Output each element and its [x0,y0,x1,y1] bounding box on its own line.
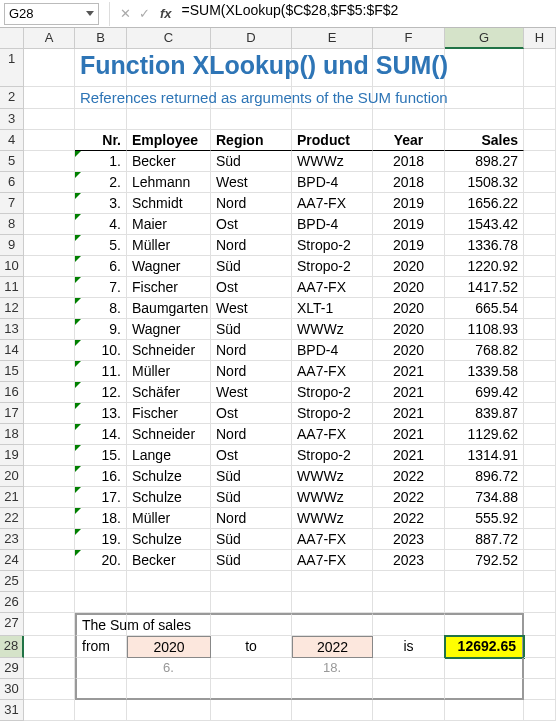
cell-A22[interactable] [24,508,75,529]
cell-A6[interactable] [24,172,75,193]
cell-F29[interactable] [373,658,445,679]
cell-H28[interactable] [524,636,556,658]
cell-D30[interactable] [211,679,292,700]
cell-yr-8[interactable]: 2019 [373,214,445,235]
to-label[interactable]: to [211,636,292,658]
cell-B3[interactable] [75,109,127,130]
cell-G29[interactable] [445,658,524,679]
row-header-2[interactable]: 2 [0,87,24,109]
cell-yr-6[interactable]: 2018 [373,172,445,193]
cell-A28[interactable] [24,636,75,658]
cell-H14[interactable] [524,340,556,361]
cell-E31[interactable] [292,700,373,721]
cell-nr-22[interactable]: 18. [75,508,127,529]
cell-sales-12[interactable]: 665.54 [445,298,524,319]
cell-G1[interactable] [445,49,524,87]
col-header-F[interactable]: F [373,28,445,49]
result-cell[interactable]: 12692.65 [445,636,524,658]
cell-yr-19[interactable]: 2021 [373,445,445,466]
cell-prod-14[interactable]: BPD-4 [292,340,373,361]
cell-C31[interactable] [127,700,211,721]
cell-yr-16[interactable]: 2021 [373,382,445,403]
cell-sales-19[interactable]: 1314.91 [445,445,524,466]
cell-emp-14[interactable]: Schneider [127,340,211,361]
cell-prod-11[interactable]: AA7-FX [292,277,373,298]
cell-reg-23[interactable]: Süd [211,529,292,550]
row-header-7[interactable]: 7 [0,193,24,214]
cell-H25[interactable] [524,571,556,592]
cell-sales-24[interactable]: 792.52 [445,550,524,571]
header-region[interactable]: Region [211,130,292,151]
row-header-31[interactable]: 31 [0,700,24,721]
cell-H10[interactable] [524,256,556,277]
cell-A16[interactable] [24,382,75,403]
cell-emp-21[interactable]: Schulze [127,487,211,508]
row-header-9[interactable]: 9 [0,235,24,256]
cell-emp-5[interactable]: Becker [127,151,211,172]
cell-sales-22[interactable]: 555.92 [445,508,524,529]
cell-F3[interactable] [373,109,445,130]
row-header-21[interactable]: 21 [0,487,24,508]
cell-sales-18[interactable]: 1129.62 [445,424,524,445]
cell-prod-23[interactable]: AA7-FX [292,529,373,550]
cell-sales-20[interactable]: 896.72 [445,466,524,487]
cell-H6[interactable] [524,172,556,193]
col-header-G[interactable]: G [445,28,524,49]
cell-D3[interactable] [211,109,292,130]
cell-B31[interactable] [75,700,127,721]
cell-nr-9[interactable]: 5. [75,235,127,256]
cell-sales-15[interactable]: 1339.58 [445,361,524,382]
cell-A30[interactable] [24,679,75,700]
cell-A23[interactable] [24,529,75,550]
cell-yr-14[interactable]: 2020 [373,340,445,361]
cell-reg-20[interactable]: Süd [211,466,292,487]
cell-emp-8[interactable]: Maier [127,214,211,235]
select-all-corner[interactable] [0,28,24,49]
col-header-B[interactable]: B [75,28,127,49]
cell-A8[interactable] [24,214,75,235]
cell-reg-16[interactable]: West [211,382,292,403]
header-nr[interactable]: Nr. [75,130,127,151]
cell-emp-15[interactable]: Müller [127,361,211,382]
cell-A2[interactable] [24,87,75,109]
cell-D29[interactable] [211,658,292,679]
cell-reg-14[interactable]: Nord [211,340,292,361]
cell-emp-23[interactable]: Schulze [127,529,211,550]
cell-nr-23[interactable]: 19. [75,529,127,550]
row-header-15[interactable]: 15 [0,361,24,382]
cell-A25[interactable] [24,571,75,592]
cell-prod-18[interactable]: AA7-FX [292,424,373,445]
cell-nr-14[interactable]: 10. [75,340,127,361]
cell-prod-8[interactable]: BPD-4 [292,214,373,235]
cell-A17[interactable] [24,403,75,424]
cell-nr-11[interactable]: 7. [75,277,127,298]
cell-sales-14[interactable]: 768.82 [445,340,524,361]
cell-D25[interactable] [211,571,292,592]
cell-H20[interactable] [524,466,556,487]
cell-A1[interactable] [24,49,75,87]
cell-nr-15[interactable]: 11. [75,361,127,382]
cell-emp-12[interactable]: Baumgarten [127,298,211,319]
cell-A13[interactable] [24,319,75,340]
cell-reg-7[interactable]: Nord [211,193,292,214]
cell-nr-21[interactable]: 17. [75,487,127,508]
cell-emp-10[interactable]: Wagner [127,256,211,277]
cell-yr-11[interactable]: 2020 [373,277,445,298]
header-sales[interactable]: Sales [445,130,524,151]
cell-F30[interactable] [373,679,445,700]
cell-H17[interactable] [524,403,556,424]
cell-sales-7[interactable]: 1656.22 [445,193,524,214]
cell-A27[interactable] [24,613,75,636]
cell-sales-6[interactable]: 1508.32 [445,172,524,193]
cell-C25[interactable] [127,571,211,592]
cell-H4[interactable] [524,130,556,151]
cell-H11[interactable] [524,277,556,298]
cell-H2[interactable] [524,87,556,109]
cell-yr-5[interactable]: 2018 [373,151,445,172]
cell-H24[interactable] [524,550,556,571]
cell-reg-8[interactable]: Ost [211,214,292,235]
cell-prod-12[interactable]: XLT-1 [292,298,373,319]
cell-reg-9[interactable]: Nord [211,235,292,256]
cell-E30[interactable] [292,679,373,700]
cell-sales-21[interactable]: 734.88 [445,487,524,508]
